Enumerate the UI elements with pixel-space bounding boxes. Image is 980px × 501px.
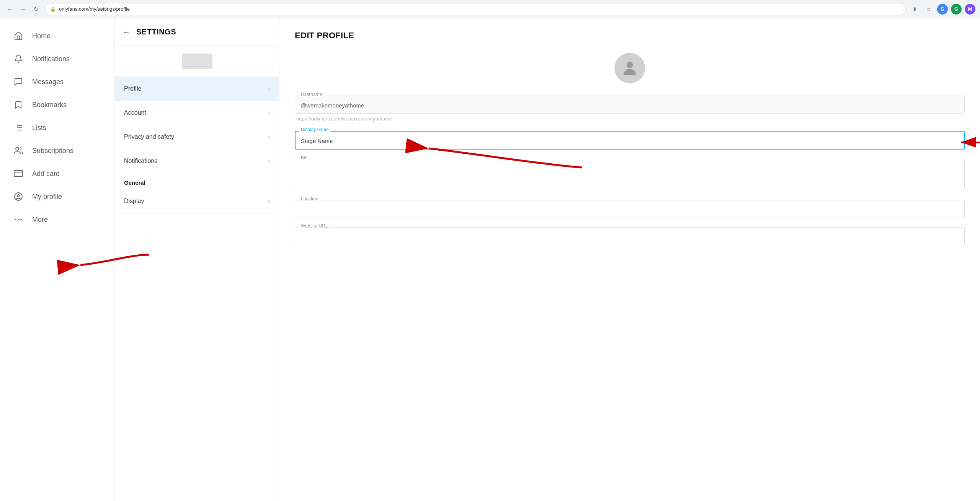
avatar[interactable] <box>614 53 645 83</box>
profile-image-placeholder <box>182 54 212 69</box>
edit-panel: EDIT PROFILE Username https://onlyfans.c… <box>279 18 980 501</box>
bio-field: Bio <box>295 159 965 191</box>
username-input[interactable] <box>295 96 965 114</box>
chevron-icon-display: › <box>268 198 270 205</box>
url-path: /my/settings/profile <box>88 6 130 12</box>
sidebar-item-subscriptions[interactable]: Subscriptions <box>3 139 111 162</box>
settings-panel: ← SETTINGS Profile › Account › Privacy a… <box>115 18 279 501</box>
sidebar-label-my-profile: My profile <box>32 193 62 201</box>
chevron-icon-privacy: › <box>268 133 270 140</box>
sidebar-label-messages: Messages <box>32 78 64 86</box>
sidebar-label-lists: Lists <box>32 124 46 132</box>
settings-section-header: General <box>115 173 279 189</box>
username-field: Username https://onlyfans.com/wemakemone… <box>295 96 965 122</box>
chevron-icon-notifications: › <box>268 158 270 164</box>
subscriptions-icon <box>12 145 24 157</box>
settings-menu-label-account: Account <box>124 109 146 116</box>
m-ext-icon: M <box>965 4 975 15</box>
sidebar-item-my-profile[interactable]: My profile <box>3 185 111 208</box>
edit-profile-title: EDIT PROFILE <box>295 31 965 41</box>
url-hint: https://onlyfans.com/wemakemoneyathome <box>295 116 965 122</box>
url-domain: onlyfans.com <box>59 6 88 12</box>
svg-point-15 <box>627 62 633 68</box>
sidebar-label-bookmarks: Bookmarks <box>32 101 67 109</box>
location-field: Location <box>295 200 965 218</box>
settings-header: ← SETTINGS <box>115 18 279 46</box>
display-name-field: Display name <box>295 131 965 150</box>
google-ext-icon: G <box>937 4 948 15</box>
sidebar-item-lists[interactable]: Lists <box>3 116 111 139</box>
bookmark-star-button[interactable]: ☆ <box>923 4 934 15</box>
forward-button[interactable]: → <box>18 4 28 15</box>
address-bar[interactable]: 🔒 onlyfans.com/my/settings/profile <box>45 3 906 15</box>
sidebar-label-notifications: Notifications <box>32 55 70 63</box>
display-name-label: Display name <box>299 127 330 132</box>
settings-menu-item-privacy[interactable]: Privacy and safety › <box>115 125 279 149</box>
display-name-input[interactable] <box>295 131 965 150</box>
settings-menu-label-profile: Profile <box>124 85 141 92</box>
home-icon <box>12 30 24 42</box>
my-profile-icon <box>12 190 24 203</box>
svg-point-13 <box>15 219 16 220</box>
url-text: onlyfans.com/my/settings/profile <box>59 6 130 12</box>
settings-menu-item-notifications[interactable]: Notifications › <box>115 149 279 173</box>
website-input[interactable] <box>295 227 965 245</box>
sidebar-label-add-card: Add card <box>32 170 60 178</box>
profile-image-area <box>115 46 279 77</box>
lock-icon: 🔒 <box>50 7 56 12</box>
settings-menu-item-display[interactable]: Display › <box>115 189 279 213</box>
svg-point-11 <box>18 219 19 220</box>
svg-rect-7 <box>14 171 23 177</box>
avatar-icon <box>620 59 639 78</box>
reload-button[interactable]: ↻ <box>31 4 41 15</box>
sidebar-item-home[interactable]: Home <box>3 24 111 47</box>
settings-menu-item-profile[interactable]: Profile › <box>115 77 279 101</box>
settings-menu-label-notifications: Notifications <box>124 158 157 164</box>
website-label: Website URL <box>299 223 329 229</box>
username-label: Username <box>299 92 323 97</box>
sidebar-label-home: Home <box>32 32 51 40</box>
add-card-icon <box>12 168 24 180</box>
browser-actions: ⬆ ☆ G G M <box>910 4 975 15</box>
sidebar-item-more[interactable]: More <box>3 208 111 231</box>
notifications-icon <box>12 53 24 65</box>
sidebar-item-notifications[interactable]: Notifications <box>3 47 111 70</box>
svg-point-12 <box>21 219 21 220</box>
website-field: Website URL <box>295 227 965 245</box>
browser-bar: ← → ↻ 🔒 onlyfans.com/my/settings/profile… <box>0 0 980 18</box>
share-button[interactable]: ⬆ <box>910 4 920 15</box>
sidebar: Home Notifications Messages <box>0 18 115 501</box>
browser-nav: ← → ↻ <box>5 4 41 15</box>
svg-point-6 <box>16 147 19 150</box>
settings-menu-item-account[interactable]: Account › <box>115 101 279 125</box>
sidebar-item-messages[interactable]: Messages <box>3 70 111 93</box>
back-button[interactable]: ← <box>5 4 15 15</box>
settings-menu-label-privacy: Privacy and safety <box>124 133 174 140</box>
chevron-icon-account: › <box>268 109 270 116</box>
svg-point-9 <box>15 193 22 200</box>
profile-ext-icon: G <box>951 4 962 15</box>
chevron-icon-profile: › <box>268 85 270 92</box>
bio-input[interactable] <box>295 159 965 189</box>
sidebar-item-add-card[interactable]: Add card <box>3 162 111 185</box>
location-input[interactable] <box>295 200 965 218</box>
settings-menu-label-display: Display <box>124 198 144 205</box>
messages-icon <box>12 76 24 88</box>
my-profile-arrow <box>279 240 283 271</box>
avatar-area <box>295 53 965 83</box>
lists-icon <box>12 122 24 134</box>
svg-point-10 <box>17 195 20 197</box>
more-icon <box>12 213 24 226</box>
sidebar-item-bookmarks[interactable]: Bookmarks <box>3 93 111 116</box>
sidebar-label-subscriptions: Subscriptions <box>32 147 74 155</box>
bookmarks-icon <box>12 99 24 111</box>
settings-title: SETTINGS <box>136 28 176 36</box>
location-label: Location <box>299 196 320 202</box>
bio-label: Bio <box>299 155 309 160</box>
app: Home Notifications Messages <box>0 18 980 501</box>
settings-back-button[interactable]: ← <box>122 28 130 36</box>
sidebar-label-more: More <box>32 216 48 224</box>
